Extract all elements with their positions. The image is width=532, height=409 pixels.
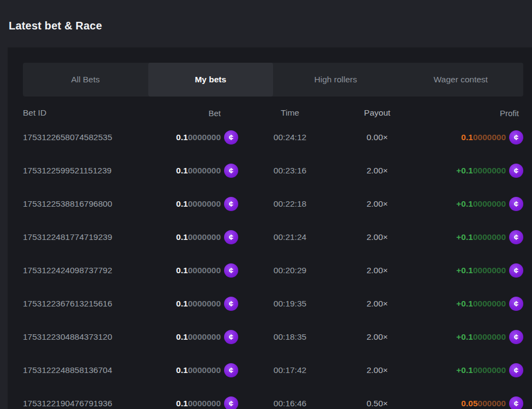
payout-cell: 2.00×	[342, 166, 413, 176]
bet-amount-cell: 0.10000000 ¢	[143, 263, 238, 278]
coin-currency-icon: ¢	[224, 197, 238, 211]
bet-amount-cell: 0.10000000 ¢	[143, 164, 238, 178]
column-header-time: Time	[238, 108, 342, 118]
tab-my-bets[interactable]: My bets	[148, 63, 274, 97]
bet-amount-cell: 0.10000000 ¢	[143, 363, 238, 377]
tab-high-rollers[interactable]: High rollers	[273, 63, 398, 97]
profit-cell: +0.10000000 ¢	[413, 197, 523, 211]
time-cell: 00:18:35	[238, 332, 342, 342]
table-row[interactable]: 1753122481774719239 0.10000000 ¢ 00:21:2…	[23, 220, 523, 254]
payout-cell: 2.00×	[342, 299, 413, 309]
payout-cell: 0.00×	[342, 133, 413, 142]
tab-all-bets[interactable]: All Bets	[23, 63, 148, 97]
page-title: Latest bet & Race	[0, 0, 532, 32]
table-row[interactable]: 1753122599521151239 0.10000000 ¢ 00:23:1…	[23, 154, 523, 187]
payout-cell: 2.00×	[342, 332, 413, 342]
table-row[interactable]: 1753122304884373120 0.10000000 ¢ 00:18:3…	[23, 320, 523, 353]
bets-table: Bet ID Bet Time Payout Profit 1753122658…	[23, 105, 523, 409]
latest-bets-panel: All BetsMy betsHigh rollersWager contest…	[8, 47, 532, 409]
bet-amount-cell: 0.10000000 ¢	[143, 330, 238, 344]
payout-cell: 2.00×	[342, 365, 413, 375]
profit-cell: +0.10000000 ¢	[413, 363, 523, 377]
column-header-profit: Profit	[413, 109, 523, 118]
table-row[interactable]: 1753122367613215616 0.10000000 ¢ 00:19:3…	[23, 287, 523, 320]
bet-id-cell: 1753122248858136704	[23, 365, 143, 375]
profit-cell: +0.10000000 ¢	[413, 330, 523, 344]
time-cell: 00:16:46	[238, 399, 342, 408]
coin-currency-icon: ¢	[224, 363, 238, 377]
time-cell: 00:19:35	[238, 299, 342, 309]
payout-cell: 2.00×	[342, 199, 413, 209]
coin-currency-icon: ¢	[509, 396, 523, 409]
time-cell: 00:24:12	[238, 133, 342, 142]
bet-id-cell: 1753122190476791936	[23, 399, 143, 408]
bet-amount-cell: 0.10000000 ¢	[143, 230, 238, 244]
coin-currency-icon: ¢	[509, 297, 523, 311]
time-cell: 00:17:42	[238, 365, 342, 375]
tab-wager-contest[interactable]: Wager contest	[398, 63, 524, 97]
table-header-row: Bet ID Bet Time Payout Profit	[23, 105, 523, 121]
profit-cell: 0.05000000 ¢	[413, 396, 523, 409]
table-row[interactable]: 1753122424098737792 0.10000000 ¢ 00:20:2…	[23, 254, 523, 287]
time-cell: 00:23:16	[238, 166, 342, 176]
coin-currency-icon: ¢	[224, 330, 238, 344]
profit-cell: +0.10000000 ¢	[413, 263, 523, 278]
coin-currency-icon: ¢	[509, 330, 523, 344]
bets-tab-bar: All BetsMy betsHigh rollersWager contest	[23, 63, 523, 97]
bet-amount-cell: 0.10000000 ¢	[143, 396, 238, 409]
coin-currency-icon: ¢	[224, 297, 238, 311]
profit-cell: +0.10000000 ¢	[413, 297, 523, 311]
bet-id-cell: 1753122424098737792	[23, 266, 143, 275]
bet-id-cell: 1753122599521151239	[23, 166, 143, 176]
table-row[interactable]: 1753122248858136704 0.10000000 ¢ 00:17:4…	[23, 353, 523, 387]
coin-currency-icon: ¢	[224, 396, 238, 409]
column-header-bet: Bet	[143, 109, 238, 118]
payout-cell: 2.00×	[342, 266, 413, 275]
bet-amount-cell: 0.10000000 ¢	[143, 297, 238, 311]
bet-amount-cell: 0.10000000 ¢	[143, 130, 238, 145]
table-row[interactable]: 1753122190476791936 0.10000000 ¢ 00:16:4…	[23, 387, 523, 409]
coin-currency-icon: ¢	[509, 263, 523, 278]
time-cell: 00:20:29	[238, 266, 342, 275]
coin-currency-icon: ¢	[509, 130, 523, 145]
bet-id-cell: 1753122658074582535	[23, 133, 143, 142]
bet-id-cell: 1753122304884373120	[23, 332, 143, 342]
time-cell: 00:22:18	[238, 199, 342, 209]
bet-id-cell: 1753122481774719239	[23, 232, 143, 242]
column-header-payout: Payout	[342, 108, 413, 118]
coin-currency-icon: ¢	[224, 164, 238, 178]
payout-cell: 2.00×	[342, 232, 413, 242]
coin-currency-icon: ¢	[509, 164, 523, 178]
table-row[interactable]: 1753122658074582535 0.10000000 ¢ 00:24:1…	[23, 121, 523, 154]
table-body: 1753122658074582535 0.10000000 ¢ 00:24:1…	[23, 121, 523, 409]
bet-amount-cell: 0.10000000 ¢	[143, 197, 238, 211]
time-cell: 00:21:24	[238, 232, 342, 242]
coin-currency-icon: ¢	[509, 363, 523, 377]
coin-currency-icon: ¢	[509, 197, 523, 211]
table-row[interactable]: 1753122538816796800 0.10000000 ¢ 00:22:1…	[23, 187, 523, 220]
coin-currency-icon: ¢	[224, 230, 238, 244]
coin-currency-icon: ¢	[224, 263, 238, 278]
column-header-bet-id: Bet ID	[23, 108, 143, 118]
payout-cell: 0.50×	[342, 399, 413, 408]
profit-cell: +0.10000000 ¢	[413, 164, 523, 178]
profit-cell: +0.10000000 ¢	[413, 230, 523, 244]
bet-id-cell: 1753122538816796800	[23, 199, 143, 209]
bet-id-cell: 1753122367613215616	[23, 299, 143, 309]
profit-cell: 0.10000000 ¢	[413, 130, 523, 145]
coin-currency-icon: ¢	[509, 230, 523, 244]
coin-currency-icon: ¢	[224, 130, 238, 145]
